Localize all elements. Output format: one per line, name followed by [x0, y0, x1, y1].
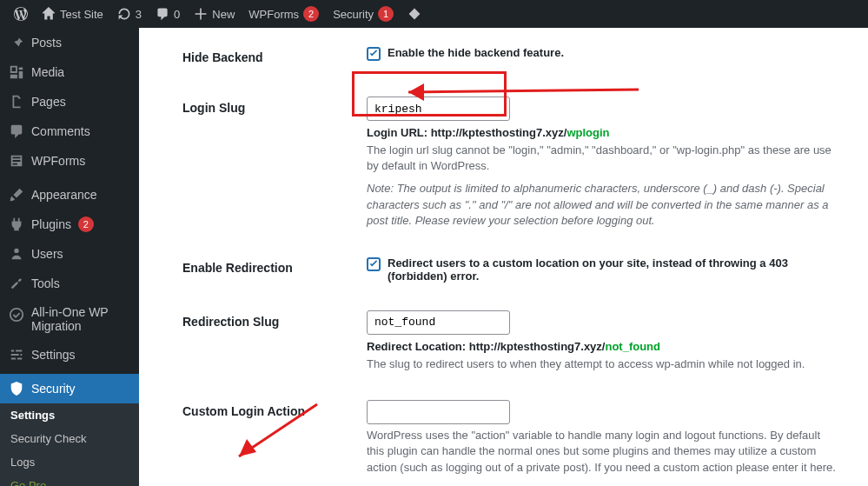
sidebar-label: Plugins	[31, 217, 71, 231]
sidebar-label: Tools	[31, 276, 60, 290]
redirection-slug-th: Redirection Slug	[182, 297, 356, 385]
update-icon	[117, 7, 131, 21]
sidebar-item-security[interactable]: Security	[0, 374, 139, 403]
enable-redirection-checkbox[interactable]	[367, 257, 381, 271]
redirection-slug-input[interactable]	[367, 310, 510, 335]
admin-menu: Posts Media Pages Comments WPForms Appea…	[0, 28, 139, 486]
wordpress-icon	[14, 7, 28, 21]
brush-icon	[9, 187, 24, 203]
site-name-label: Test Site	[60, 8, 103, 21]
login-slug-desc: The login url slug cannot be "login," "a…	[367, 143, 840, 174]
enable-redirection-checkbox-label: Redirect users to a custom location on y…	[388, 256, 840, 283]
migrate-icon	[9, 307, 24, 323]
sidebar-label: All-in-One WPMigration	[31, 305, 109, 333]
sidebar-item-settings[interactable]: Settings	[0, 340, 139, 369]
security-label: Security	[333, 8, 374, 21]
sidebar-item-wpforms[interactable]: WPForms	[0, 146, 139, 176]
sliders-icon	[9, 347, 24, 363]
custom-login-action-input[interactable]	[367, 400, 510, 424]
diamond-icon	[407, 7, 421, 21]
sidebar-label: Users	[31, 247, 63, 261]
sidebar-item-pages[interactable]: Pages	[0, 87, 139, 117]
submenu-settings[interactable]: Settings	[0, 403, 139, 427]
form-table: Hide Backend Enable the hide backend fea…	[181, 31, 851, 486]
page-icon	[9, 94, 24, 110]
security-badge: 1	[378, 6, 394, 22]
login-url-slug: wplogin	[567, 126, 609, 139]
submenu-logs[interactable]: Logs	[0, 450, 139, 474]
comments-link[interactable]: 0	[149, 0, 187, 28]
sidebar-label: WPForms	[31, 154, 85, 168]
extra-icon-link[interactable]	[401, 0, 428, 28]
site-name-link[interactable]: Test Site	[35, 0, 110, 28]
wp-logo[interactable]	[7, 0, 35, 28]
svg-point-0	[10, 309, 23, 321]
sidebar-item-plugins[interactable]: Plugins 2	[0, 210, 139, 239]
plus-icon	[194, 7, 208, 21]
redirection-slug-desc: The slug to redirect users to when they …	[367, 356, 840, 372]
enable-redirection-th: Enable Redirection	[182, 243, 356, 296]
shield-icon	[9, 381, 24, 396]
sidebar-label: Settings	[31, 348, 76, 362]
wpforms-badge: 2	[303, 6, 319, 22]
login-slug-note: Note: The output is limited to alphanume…	[367, 181, 840, 229]
updates-count: 3	[136, 8, 142, 21]
comment-icon	[156, 7, 169, 21]
sidebar-label: Appearance	[31, 188, 97, 202]
updates-link[interactable]: 3	[110, 0, 149, 28]
pin-icon	[9, 35, 24, 50]
media-icon	[9, 64, 24, 80]
sidebar-label: Media	[31, 65, 64, 79]
plugins-badge: 2	[78, 216, 94, 232]
sidebar-item-users[interactable]: Users	[0, 239, 139, 269]
wpforms-label: WPForms	[248, 8, 299, 21]
submenu-go-pro[interactable]: Go Pro	[0, 474, 139, 486]
hide-backend-checkbox[interactable]	[367, 47, 381, 61]
settings-content: Hide Backend Enable the hide backend fea…	[139, 28, 868, 486]
login-url-line: Login URL: http://kptesthosting7.xyz/wpl…	[367, 126, 840, 139]
new-label: New	[212, 8, 235, 21]
sidebar-item-aiowpm[interactable]: All-in-One WPMigration	[0, 298, 139, 340]
sidebar-item-appearance[interactable]: Appearance	[0, 180, 139, 210]
form-icon	[9, 153, 24, 169]
redirect-location-line: Redirect Location: http://kptesthosting7…	[367, 340, 840, 353]
sidebar-label: Posts	[31, 36, 62, 50]
sidebar-label: Pages	[31, 95, 66, 109]
sidebar-item-tools[interactable]: Tools	[0, 269, 139, 298]
hide-backend-checkbox-label: Enable the hide backend feature.	[388, 46, 564, 59]
user-icon	[9, 246, 24, 262]
plug-icon	[9, 216, 24, 232]
wrench-icon	[9, 276, 24, 291]
login-slug-input[interactable]	[367, 97, 510, 121]
redirect-location-slug: not_found	[605, 340, 660, 353]
sidebar-item-posts[interactable]: Posts	[0, 28, 139, 57]
sidebar-label: Comments	[31, 124, 90, 138]
sidebar-label: Security	[31, 382, 76, 396]
submenu-security-check[interactable]: Security Check	[0, 427, 139, 450]
admin-bar: Test Site 3 0 New WPForms 2 Security 1	[0, 0, 868, 28]
security-link[interactable]: Security 1	[326, 0, 401, 28]
hide-backend-th: Hide Backend	[182, 33, 356, 82]
custom-login-action-th: Custom Login Action	[182, 387, 356, 486]
sidebar-item-comments[interactable]: Comments	[0, 117, 139, 146]
sidebar-item-media[interactable]: Media	[0, 57, 139, 87]
new-content-link[interactable]: New	[187, 0, 242, 28]
custom-login-action-desc: WordPress uses the "action" variable to …	[367, 428, 840, 476]
comments-count: 0	[174, 8, 180, 21]
comment-icon	[9, 123, 24, 139]
login-slug-th: Login Slug	[182, 83, 356, 242]
home-icon	[42, 7, 56, 21]
security-submenu: Settings Security Check Logs Go Pro	[0, 403, 139, 486]
wpforms-link[interactable]: WPForms 2	[242, 0, 326, 28]
